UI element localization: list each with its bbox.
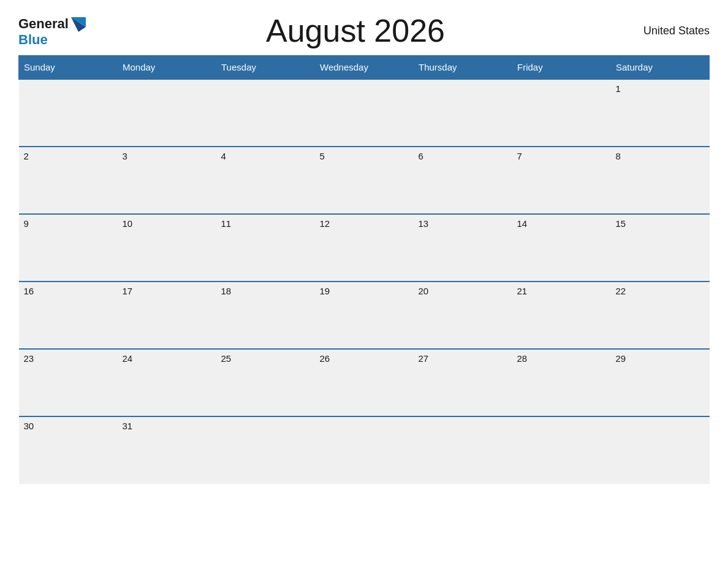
calendar-cell: 22 — [611, 282, 710, 349]
calendar-cell — [414, 416, 512, 484]
calendar-table: SundayMondayTuesdayWednesdayThursdayFrid… — [18, 55, 710, 484]
day-number: 25 — [221, 353, 232, 364]
calendar-cell — [512, 416, 611, 484]
calendar-cell: 15 — [611, 214, 710, 282]
calendar-cell: 4 — [216, 147, 315, 214]
calendar-cell: 23 — [19, 349, 118, 416]
day-number: 31 — [123, 421, 133, 431]
day-of-week-header: Monday — [118, 56, 216, 80]
day-number: 23 — [24, 353, 34, 364]
day-number: 1 — [616, 83, 621, 94]
calendar-week-row: 23242526272829 — [19, 349, 710, 416]
calendar-cell: 3 — [118, 147, 216, 214]
calendar-week-row: 9101112131415 — [19, 214, 710, 282]
calendar-cell — [315, 416, 414, 484]
day-number: 22 — [616, 286, 626, 296]
month-title: August 2026 — [87, 12, 624, 49]
day-number: 9 — [24, 218, 29, 229]
day-number: 16 — [24, 286, 34, 296]
day-number: 14 — [517, 218, 528, 229]
calendar-cell — [216, 79, 315, 147]
logo: General Blue — [18, 15, 87, 47]
day-number: 24 — [123, 353, 133, 364]
day-number: 10 — [123, 218, 133, 229]
calendar-cell: 18 — [216, 282, 315, 349]
calendar-cell — [216, 416, 315, 484]
calendar-week-row: 2345678 — [19, 147, 710, 214]
calendar-cell: 25 — [216, 349, 315, 416]
day-number: 6 — [419, 151, 423, 161]
calendar-cell: 9 — [19, 214, 118, 282]
calendar-cell: 5 — [315, 147, 414, 214]
calendar-cell: 13 — [414, 214, 512, 282]
calendar-cell — [512, 79, 611, 147]
day-of-week-header: Sunday — [19, 56, 118, 80]
calendar-cell: 28 — [512, 349, 611, 416]
day-number: 26 — [320, 353, 330, 364]
calendar-cell: 12 — [315, 214, 414, 282]
calendar-cell: 10 — [118, 214, 216, 282]
day-number: 8 — [616, 151, 621, 161]
day-number: 15 — [616, 218, 626, 229]
calendar-cell: 14 — [512, 214, 611, 282]
day-number: 29 — [616, 353, 626, 364]
calendar-cell: 19 — [315, 282, 414, 349]
logo-icon — [70, 15, 87, 32]
day-number: 27 — [419, 353, 429, 364]
calendar-cell: 27 — [414, 349, 512, 416]
calendar-cell — [315, 79, 414, 147]
logo-general-text: General — [18, 17, 69, 31]
calendar-cell: 24 — [118, 349, 216, 416]
calendar-cell: 30 — [19, 416, 118, 484]
calendar-cell: 16 — [19, 282, 118, 349]
country-label: United States — [624, 25, 710, 37]
day-of-week-header: Tuesday — [216, 56, 315, 80]
day-number: 7 — [517, 151, 522, 161]
day-number: 17 — [123, 286, 133, 296]
day-number: 28 — [517, 353, 528, 364]
calendar-cell: 8 — [611, 147, 710, 214]
day-number: 13 — [419, 218, 429, 229]
day-number: 30 — [24, 421, 34, 431]
logo-blue-text: Blue — [18, 33, 48, 47]
calendar-cell: 29 — [611, 349, 710, 416]
calendar-week-row: 1 — [19, 79, 710, 147]
page-header: General Blue August 2026 United States — [18, 12, 710, 49]
day-of-week-header: Friday — [512, 56, 611, 80]
calendar-cell — [611, 416, 710, 484]
calendar-cell: 6 — [414, 147, 512, 214]
day-number: 19 — [320, 286, 330, 296]
day-number: 18 — [221, 286, 232, 296]
day-number: 12 — [320, 218, 330, 229]
day-number: 11 — [221, 218, 232, 229]
calendar-cell: 17 — [118, 282, 216, 349]
day-number: 3 — [123, 151, 127, 161]
calendar-cell: 31 — [118, 416, 216, 484]
day-number: 21 — [517, 286, 528, 296]
day-of-week-header: Saturday — [611, 56, 710, 80]
calendar-cell: 7 — [512, 147, 611, 214]
day-number: 20 — [419, 286, 429, 296]
calendar-header-row: SundayMondayTuesdayWednesdayThursdayFrid… — [19, 56, 710, 80]
calendar-week-row: 16171819202122 — [19, 282, 710, 349]
calendar-cell: 2 — [19, 147, 118, 214]
calendar-cell: 26 — [315, 349, 414, 416]
calendar-week-row: 3031 — [19, 416, 710, 484]
calendar-cell: 20 — [414, 282, 512, 349]
day-number: 2 — [24, 151, 29, 161]
day-of-week-header: Thursday — [414, 56, 512, 80]
calendar-cell — [118, 79, 216, 147]
day-number: 4 — [221, 151, 226, 161]
day-number: 5 — [320, 151, 325, 161]
calendar-cell: 21 — [512, 282, 611, 349]
calendar-cell — [19, 79, 118, 147]
calendar-cell: 1 — [611, 79, 710, 147]
day-of-week-header: Wednesday — [315, 56, 414, 80]
calendar-cell: 11 — [216, 214, 315, 282]
calendar-cell — [414, 79, 512, 147]
